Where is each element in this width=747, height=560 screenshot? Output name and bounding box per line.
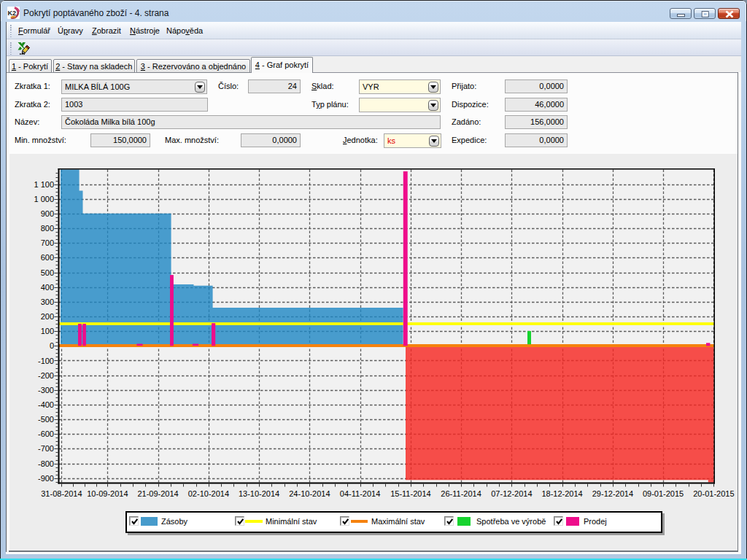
svg-text:-800: -800 xyxy=(38,459,54,468)
svg-text:20-01-2015: 20-01-2015 xyxy=(693,489,734,498)
svg-text:31-08-2014: 31-08-2014 xyxy=(41,489,82,498)
svg-text:21-09-2014: 21-09-2014 xyxy=(137,489,178,498)
svg-text:-600: -600 xyxy=(38,429,54,438)
svg-text:09-01-2015: 09-01-2015 xyxy=(643,489,684,498)
svg-text:700: 700 xyxy=(41,238,54,247)
svg-text:-400: -400 xyxy=(38,400,54,409)
svg-text:1 100: 1 100 xyxy=(34,180,54,189)
svg-text:-200: -200 xyxy=(38,371,54,380)
svg-text:1 000: 1 000 xyxy=(34,195,54,203)
svg-text:07-12-2014: 07-12-2014 xyxy=(491,489,532,498)
svg-text:10-09-2014: 10-09-2014 xyxy=(87,489,128,498)
svg-text:-500: -500 xyxy=(38,415,54,424)
svg-text:400: 400 xyxy=(41,283,54,292)
svg-text:0: 0 xyxy=(50,341,54,350)
svg-text:13-10-2014: 13-10-2014 xyxy=(239,489,279,498)
svg-text:02-10-2014: 02-10-2014 xyxy=(188,489,229,498)
svg-text:-100: -100 xyxy=(38,357,54,365)
svg-text:15-11-2014: 15-11-2014 xyxy=(390,489,430,498)
svg-text:600: 600 xyxy=(41,253,54,262)
svg-text:29-12-2014: 29-12-2014 xyxy=(592,489,633,498)
svg-text:100: 100 xyxy=(41,327,54,335)
svg-text:500: 500 xyxy=(41,268,54,277)
svg-text:900: 900 xyxy=(41,209,54,218)
svg-text:800: 800 xyxy=(41,224,54,233)
svg-text:18-12-2014: 18-12-2014 xyxy=(541,489,582,498)
svg-text:200: 200 xyxy=(41,312,54,321)
svg-text:-900: -900 xyxy=(38,474,54,483)
svg-text:-700: -700 xyxy=(38,444,54,453)
svg-text:300: 300 xyxy=(41,298,54,306)
svg-text:-300: -300 xyxy=(38,386,54,394)
svg-text:26-11-2014: 26-11-2014 xyxy=(441,489,481,498)
svg-text:04-11-2014: 04-11-2014 xyxy=(340,489,380,498)
svg-text:24-10-2014: 24-10-2014 xyxy=(289,489,330,498)
